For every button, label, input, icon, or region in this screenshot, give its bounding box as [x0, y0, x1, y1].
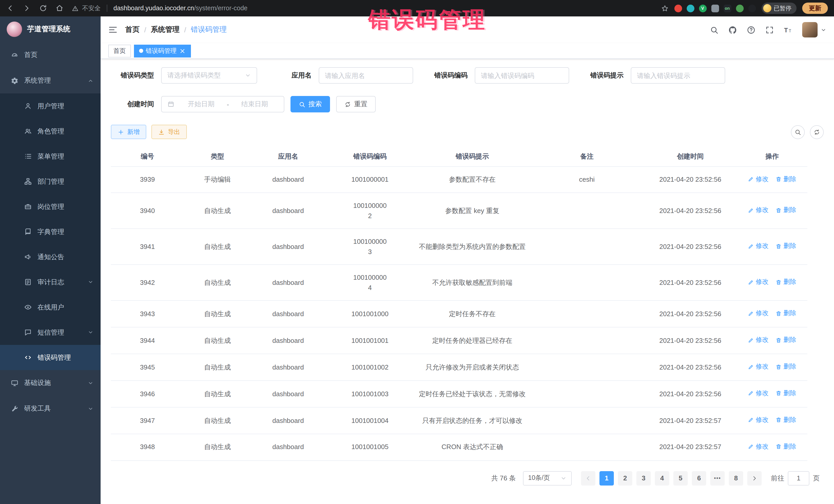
sidebar-item[interactable]: 通知公告 — [0, 244, 101, 269]
table-row: 3941自动生成dashboard100100000 3不能删除类型为系统内置的… — [111, 229, 807, 265]
puzzle-extension-icon[interactable] — [711, 4, 719, 12]
sidebar-item[interactable]: 基础设施 — [0, 370, 101, 396]
sidebar-item[interactable]: 短信管理 — [0, 320, 101, 345]
reload-button[interactable] — [39, 4, 47, 12]
delete-link[interactable]: 删除 — [776, 174, 796, 184]
home-button[interactable] — [56, 4, 64, 12]
fullscreen-button[interactable] — [765, 25, 774, 34]
export-button[interactable]: 导出 — [151, 125, 187, 139]
bookmark-star-button[interactable] — [661, 4, 668, 12]
users-icon — [24, 127, 32, 135]
teal-drop-extension-icon[interactable] — [686, 4, 694, 12]
edit-link[interactable]: 修改 — [748, 389, 769, 398]
page-button[interactable]: 4 — [655, 471, 669, 485]
delete-link[interactable]: 删除 — [776, 335, 796, 345]
leaf-extension-icon[interactable] — [736, 4, 743, 12]
more-pages-button[interactable]: ••• — [710, 471, 725, 485]
refresh-table-button[interactable] — [810, 125, 824, 139]
search-button[interactable] — [710, 25, 719, 34]
delete-link[interactable]: 删除 — [776, 442, 796, 452]
delete-link[interactable]: 删除 — [776, 415, 796, 425]
sidebar-item[interactable]: 部门管理 — [0, 169, 101, 194]
cell-remark — [530, 407, 643, 434]
search-button[interactable]: 搜索 — [290, 96, 330, 112]
edit-link[interactable]: 修改 — [748, 205, 769, 215]
page-button[interactable]: 6 — [692, 471, 706, 485]
browser-update-button[interactable]: 更新 — [802, 3, 828, 14]
github-button[interactable] — [728, 25, 737, 34]
goto-unit: 页 — [813, 474, 820, 483]
reset-button[interactable]: 重置 — [336, 96, 376, 112]
delete-link[interactable]: 删除 — [776, 309, 796, 319]
back-button[interactable] — [6, 4, 14, 12]
error-msg-input[interactable] — [637, 72, 719, 79]
error-type-select[interactable]: 请选择错误码类型 — [161, 67, 257, 84]
delete-link[interactable]: 删除 — [776, 362, 796, 372]
next-page-button[interactable] — [747, 471, 762, 485]
red-extension-icon[interactable] — [674, 4, 682, 12]
delete-link[interactable]: 删除 — [776, 205, 796, 215]
prev-page-button[interactable] — [581, 471, 595, 485]
cell-app: dashboard — [251, 229, 325, 265]
edit-link[interactable]: 修改 — [748, 362, 769, 372]
tag[interactable]: 首页 — [108, 44, 131, 57]
edit-link[interactable]: 修改 — [748, 174, 769, 184]
sidebar-item[interactable]: 用户管理 — [0, 93, 101, 118]
paused-badge[interactable]: 已暂停 — [761, 3, 796, 14]
app-logo[interactable]: 芋道管理系统 — [0, 17, 101, 42]
edit-link[interactable]: 修改 — [748, 309, 769, 319]
sidebar-item[interactable]: 错误码管理 — [0, 345, 101, 370]
page-button[interactable]: 2 — [618, 471, 632, 485]
edit-label: 修改 — [756, 335, 769, 345]
breadcrumb-home[interactable]: 首页 — [125, 25, 139, 35]
font-size-button[interactable]: TT — [784, 25, 792, 34]
sidebar-item[interactable]: 审计日志 — [0, 269, 101, 294]
error-code-input[interactable] — [481, 72, 563, 79]
edit-icon — [748, 207, 754, 214]
edit-link[interactable]: 修改 — [748, 278, 769, 287]
delete-link[interactable]: 删除 — [776, 389, 796, 398]
add-button[interactable]: 新增 — [111, 125, 146, 139]
goto-label: 前往 — [771, 474, 784, 483]
address-bar[interactable]: 不安全 dashboard.yudao.iocoder.cn/system/er… — [72, 4, 248, 13]
tag-label: 首页 — [113, 46, 126, 55]
edit-link[interactable]: 修改 — [748, 241, 769, 251]
tag[interactable]: 错误码管理 — [134, 44, 191, 57]
sidebar-item[interactable]: 菜单管理 — [0, 144, 101, 169]
page-button[interactable]: 8 — [729, 471, 743, 485]
cell-type: 自动生成 — [184, 301, 251, 327]
delete-link[interactable]: 删除 — [776, 278, 796, 287]
sidebar-item[interactable]: 首页 — [0, 42, 101, 68]
user-menu[interactable] — [802, 22, 826, 38]
delete-link[interactable]: 删除 — [776, 241, 796, 251]
page-size-select[interactable]: 10条/页 — [523, 471, 572, 485]
page-button[interactable]: 1 — [599, 471, 614, 485]
sidebar-item[interactable]: 角色管理 — [0, 118, 101, 144]
sidebar-item[interactable]: 字典管理 — [0, 219, 101, 244]
dark-on-extension-icon[interactable]: on — [723, 4, 731, 12]
page-button[interactable]: 5 — [673, 471, 688, 485]
cell-code: 1001001004 — [325, 407, 414, 434]
cell-id: 3942 — [111, 265, 184, 301]
edit-link[interactable]: 修改 — [748, 442, 769, 452]
sidebar-toggle-button[interactable] — [108, 25, 117, 35]
goto-page-input[interactable] — [788, 471, 809, 485]
breadcrumb-system[interactable]: 系统管理 — [151, 25, 180, 35]
sidebar-item-label: 菜单管理 — [38, 152, 64, 161]
cell-ops: 修改删除 — [737, 434, 807, 461]
edit-link[interactable]: 修改 — [748, 415, 769, 425]
forward-button[interactable] — [23, 4, 31, 12]
help-button[interactable] — [747, 25, 755, 34]
sidebar-item[interactable]: 研发工具 — [0, 396, 101, 421]
green-v-extension-icon[interactable]: V — [699, 4, 706, 12]
date-range-picker[interactable]: 开始日期 - 结束日期 — [161, 96, 284, 112]
edit-link[interactable]: 修改 — [748, 335, 769, 345]
toggle-search-button[interactable] — [791, 125, 805, 139]
close-icon[interactable] — [179, 47, 186, 54]
page-button[interactable]: 3 — [636, 471, 651, 485]
sidebar-item[interactable]: 岗位管理 — [0, 194, 101, 219]
app-name-input[interactable] — [325, 72, 407, 79]
sidebar-item[interactable]: 在线用户 — [0, 294, 101, 320]
paw-extension-icon[interactable] — [748, 4, 756, 12]
sidebar-item[interactable]: 系统管理 — [0, 68, 101, 93]
